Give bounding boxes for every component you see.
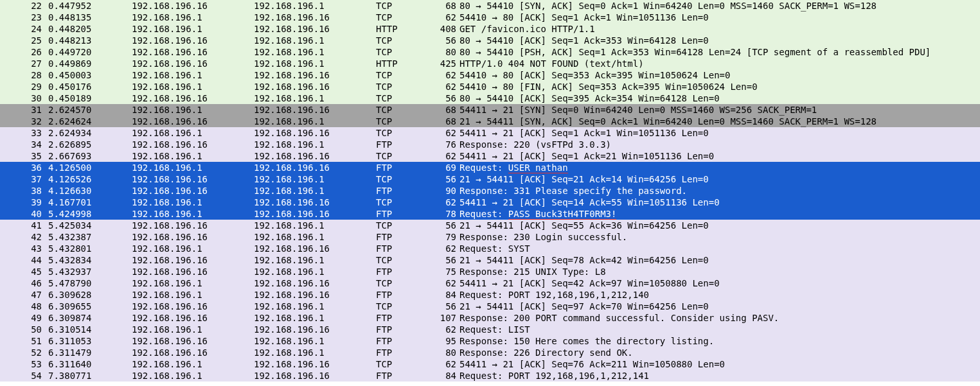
col-protocol: TCP: [376, 301, 437, 312]
packet-row[interactable]: 250.448213192.168.196.16192.168.196.1TCP…: [0, 35, 980, 46]
packet-row[interactable]: 465.478790192.168.196.1192.168.196.16TCP…: [0, 277, 980, 289]
col-info: Response: 230 Login successful.: [459, 231, 980, 243]
packet-row[interactable]: 312.624570192.168.196.1192.168.196.16TCP…: [0, 104, 980, 116]
packet-row[interactable]: 300.450189192.168.196.16192.168.196.1TCP…: [0, 92, 980, 104]
col-source: 192.168.196.1: [132, 127, 254, 139]
packet-row[interactable]: 405.424998192.168.196.1192.168.196.16FTP…: [0, 208, 980, 220]
col-destination: 192.168.196.16: [254, 81, 376, 92]
col-length: 95: [437, 335, 459, 347]
col-destination: 192.168.196.1: [254, 347, 376, 358]
col-source: 192.168.196.16: [132, 173, 254, 185]
packet-row[interactable]: 384.126630192.168.196.16192.168.196.1FTP…: [0, 185, 980, 197]
col-no: 46: [0, 277, 48, 289]
col-source: 192.168.196.1: [132, 243, 254, 254]
col-info: 54410 → 80 [ACK] Seq=1 Ack=1 Win=1051136…: [459, 12, 980, 23]
packet-row[interactable]: 415.425034192.168.196.16192.168.196.1TCP…: [0, 220, 980, 231]
col-length: 62: [437, 197, 459, 208]
col-protocol: FTP: [376, 185, 437, 197]
col-no: 41: [0, 220, 48, 231]
col-protocol: FTP: [376, 370, 437, 382]
col-source: 192.168.196.16: [132, 254, 254, 266]
packet-row[interactable]: 516.311053192.168.196.16192.168.196.1FTP…: [0, 335, 980, 347]
packet-row[interactable]: 270.449869192.168.196.16192.168.196.1HTT…: [0, 58, 980, 69]
col-info: 54411 → 21 [ACK] Seq=42 Ack=97 Win=10508…: [459, 277, 980, 289]
col-protocol: FTP: [376, 231, 437, 243]
packet-row[interactable]: 425.432387192.168.196.16192.168.196.1FTP…: [0, 231, 980, 243]
col-length: 56: [437, 254, 459, 266]
packet-row[interactable]: 332.624934192.168.196.1192.168.196.16TCP…: [0, 127, 980, 139]
packet-row[interactable]: 364.126500192.168.196.1192.168.196.16FTP…: [0, 162, 980, 173]
col-protocol: HTTP: [376, 58, 437, 69]
col-time: 0.450003: [48, 69, 132, 81]
col-no: 33: [0, 127, 48, 139]
packet-row[interactable]: 486.309655192.168.196.16192.168.196.1TCP…: [0, 301, 980, 312]
packet-row[interactable]: 260.449720192.168.196.16192.168.196.1TCP…: [0, 46, 980, 58]
col-no: 35: [0, 150, 48, 162]
col-source: 192.168.196.1: [132, 12, 254, 23]
col-no: 31: [0, 104, 48, 116]
packet-row[interactable]: 496.309874192.168.196.16192.168.196.1FTP…: [0, 312, 980, 324]
col-info: Response: 200 PORT command successful. C…: [459, 312, 980, 324]
col-source: 192.168.196.16: [132, 335, 254, 347]
col-source: 192.168.196.16: [132, 116, 254, 127]
col-protocol: TCP: [376, 46, 437, 58]
packet-row[interactable]: 220.447952192.168.196.16192.168.196.1TCP…: [0, 0, 980, 12]
col-protocol: TCP: [376, 150, 437, 162]
col-no: 27: [0, 58, 48, 69]
col-info: HTTP/1.0 404 NOT FOUND (text/html): [459, 58, 980, 69]
col-info: Response: 226 Directory send OK.: [459, 347, 980, 358]
packet-row[interactable]: 445.432834192.168.196.16192.168.196.1TCP…: [0, 254, 980, 266]
col-destination: 192.168.196.1: [254, 139, 376, 150]
packet-row[interactable]: 476.309628192.168.196.1192.168.196.16FTP…: [0, 289, 980, 301]
col-protocol: TCP: [376, 35, 437, 46]
col-destination: 192.168.196.1: [254, 231, 376, 243]
col-source: 192.168.196.16: [132, 0, 254, 12]
col-time: 5.425034: [48, 220, 132, 231]
col-protocol: TCP: [376, 0, 437, 12]
packet-row[interactable]: 536.311640192.168.196.1192.168.196.16TCP…: [0, 358, 980, 370]
col-time: 6.309874: [48, 312, 132, 324]
col-length: 90: [437, 185, 459, 197]
col-time: 0.449869: [48, 58, 132, 69]
packet-row[interactable]: 526.311479192.168.196.16192.168.196.1FTP…: [0, 347, 980, 358]
packet-row[interactable]: 506.310514192.168.196.1192.168.196.16FTP…: [0, 324, 980, 335]
col-time: 6.311053: [48, 335, 132, 347]
col-length: 80: [437, 347, 459, 358]
col-protocol: TCP: [376, 358, 437, 370]
col-length: 62: [437, 12, 459, 23]
packet-row[interactable]: 352.667693192.168.196.1192.168.196.16TCP…: [0, 150, 980, 162]
packet-row[interactable]: 435.432801192.168.196.1192.168.196.16FTP…: [0, 243, 980, 254]
col-time: 4.126526: [48, 173, 132, 185]
packet-row[interactable]: 342.626895192.168.196.16192.168.196.1FTP…: [0, 139, 980, 150]
col-time: 6.311479: [48, 347, 132, 358]
col-length: 425: [437, 58, 459, 69]
col-protocol: FTP: [376, 324, 437, 335]
packet-row[interactable]: 455.432937192.168.196.16192.168.196.1FTP…: [0, 266, 980, 277]
col-destination: 192.168.196.1: [254, 335, 376, 347]
packet-row[interactable]: 230.448135192.168.196.1192.168.196.16TCP…: [0, 12, 980, 23]
col-time: 6.309655: [48, 301, 132, 312]
col-no: 40: [0, 208, 48, 220]
col-source: 192.168.196.16: [132, 92, 254, 104]
col-destination: 192.168.196.16: [254, 104, 376, 116]
col-protocol: TCP: [376, 127, 437, 139]
packet-row[interactable]: 547.380771192.168.196.1192.168.196.16FTP…: [0, 370, 980, 382]
col-time: 0.447952: [48, 0, 132, 12]
packet-row[interactable]: 290.450176192.168.196.1192.168.196.16TCP…: [0, 81, 980, 92]
packet-row[interactable]: 394.167701192.168.196.1192.168.196.16TCP…: [0, 197, 980, 208]
col-no: 37: [0, 173, 48, 185]
col-info: Request: PORT 192,168,196,1,212,141: [459, 370, 980, 382]
packet-row[interactable]: 240.448205192.168.196.1192.168.196.16HTT…: [0, 23, 980, 35]
col-protocol: TCP: [376, 12, 437, 23]
packet-row[interactable]: 280.450003192.168.196.1192.168.196.16TCP…: [0, 69, 980, 81]
col-source: 192.168.196.1: [132, 69, 254, 81]
col-destination: 192.168.196.16: [254, 208, 376, 220]
col-destination: 192.168.196.1: [254, 220, 376, 231]
col-no: 22: [0, 0, 48, 12]
col-time: 4.126630: [48, 185, 132, 197]
packet-row[interactable]: 374.126526192.168.196.16192.168.196.1TCP…: [0, 173, 980, 185]
packet-row[interactable]: 322.624624192.168.196.16192.168.196.1TCP…: [0, 116, 980, 127]
col-info: Request: SYST: [459, 243, 980, 254]
col-info: Response: 215 UNIX Type: L8: [459, 266, 980, 277]
col-length: 62: [437, 243, 459, 254]
